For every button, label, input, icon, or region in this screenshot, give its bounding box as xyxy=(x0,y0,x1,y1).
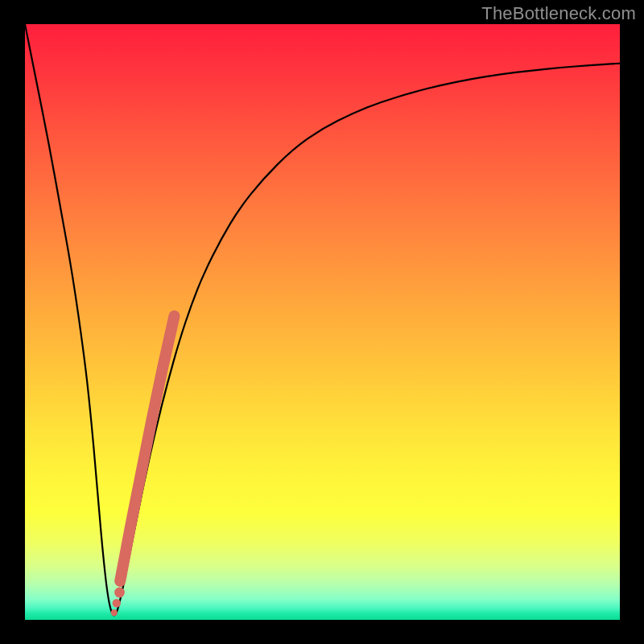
dot xyxy=(113,599,121,607)
chart-svg xyxy=(25,24,620,620)
highlight-segment xyxy=(120,316,174,581)
plot-area xyxy=(25,24,620,620)
watermark-text: TheBottleneck.com xyxy=(481,3,636,24)
bottleneck-curve xyxy=(25,24,620,615)
dot xyxy=(111,609,118,616)
dot xyxy=(114,588,125,598)
chart-frame: TheBottleneck.com xyxy=(0,0,644,644)
